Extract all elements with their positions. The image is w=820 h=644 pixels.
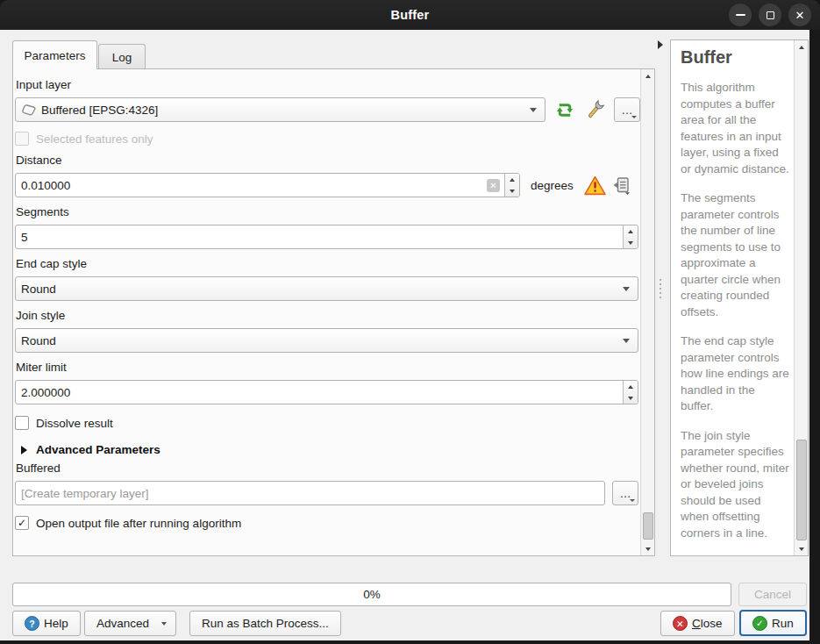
cancel-button[interactable]: Cancel [738,583,807,606]
output-file-input[interactable] [16,482,604,504]
arrow-up-icon [645,75,651,78]
output-file-field [15,481,605,505]
miter-limit-label: Miter limit [16,361,638,374]
run-check-icon: ✓ [752,616,767,631]
distance-label: Distance [16,154,638,167]
advanced-options-wrench-icon[interactable] [583,99,607,121]
segments-input[interactable] [16,225,623,248]
miter-limit-input[interactable] [16,381,623,404]
selected-features-checkbox[interactable] [15,132,29,146]
join-style-label: Join style [16,309,638,322]
chevron-down-icon [161,622,167,626]
input-layer-combobox[interactable]: Buffered [EPSG:4326] [15,97,545,122]
distance-input[interactable] [16,174,487,197]
parameters-pane: Input layer Buffered [EPSG:4326] [12,68,655,556]
input-layer-value: Buffered [EPSG:4326] [41,104,524,117]
advanced-label: Advanced [96,617,149,630]
warning-icon [582,175,609,196]
scroll-down-button[interactable] [641,542,654,555]
help-title: Buffer [681,47,790,68]
ellipsis-label: … [620,487,631,500]
join-style-value: Round [21,334,617,347]
close-button[interactable]: ✕ Close [660,611,735,636]
distance-spinbox: ✕ [15,173,520,197]
data-defined-override-button[interactable] [609,175,633,195]
scroll-up-button[interactable] [795,40,808,54]
iterate-over-layer-icon[interactable] [553,100,576,120]
ellipsis-label: … [622,104,633,117]
tab-parameters[interactable]: Parameters [12,40,97,69]
window-controls: ✕ [729,4,811,26]
arrow-up-icon [799,46,804,49]
spin-up-button[interactable] [624,381,638,392]
input-layer-browse-button[interactable]: … [614,97,640,122]
progress-value: 0% [363,588,381,601]
arrow-down-icon [628,397,633,400]
scrollbar-thumb[interactable] [796,440,807,540]
advanced-parameters-expander[interactable]: Advanced Parameters [21,443,638,456]
scrollbar-thumb[interactable] [643,512,653,540]
chevron-down-icon [630,499,635,502]
output-buffered-label: Buffered [16,462,638,475]
progress-bar: 0% [12,583,731,606]
cancel-label: Cancel [754,588,791,601]
help-paragraph: The join style parameter specifies wheth… [681,428,790,542]
help-paragraph: The segments parameter controls the numb… [681,190,790,320]
help-scrollbar[interactable] [794,40,808,555]
arrow-up-icon [628,385,633,389]
miter-limit-spinbox [15,380,638,404]
help-paragraph: This algorithm computes a buffer area fo… [681,80,790,177]
help-button[interactable]: ? Help [12,611,81,636]
selected-features-label: Selected features only [36,132,153,146]
spin-down-button[interactable] [505,185,519,197]
run-label: Run [772,617,794,630]
parameters-scrollbar[interactable] [640,69,654,555]
scroll-down-button[interactable] [795,542,808,555]
chevron-down-icon [623,287,630,291]
splitter-handle[interactable] [660,279,661,298]
chevron-down-icon [623,339,630,343]
spin-down-button[interactable] [624,237,638,248]
buffer-dialog: Buffer ✕ Parameters Log Input layer Buff… [0,0,820,644]
dissolve-result-checkbox[interactable] [15,416,29,430]
scroll-up-button[interactable] [641,69,654,82]
arrow-down-icon [628,241,633,245]
help-paragraph: The end cap style parameter controls how… [681,333,790,415]
run-button[interactable]: ✓ Run [739,610,807,636]
end-cap-style-combobox[interactable]: Round [15,276,638,301]
output-browse-button[interactable]: … [612,481,638,505]
miter-limit-spinner [623,381,638,404]
join-style-combobox[interactable]: Round [15,328,638,353]
tab-log[interactable]: Log [98,44,146,69]
advanced-parameters-label: Advanced Parameters [36,443,160,456]
spin-up-button[interactable] [505,174,519,185]
collapse-help-panel-arrow-icon[interactable] [658,40,663,49]
run-as-batch-button[interactable]: Run as Batch Process... [189,611,341,636]
title-bar[interactable]: Buffer ✕ [0,0,820,30]
end-cap-style-value: Round [21,283,617,296]
minimize-button[interactable] [729,4,752,26]
dialog-body: Parameters Log Input layer Buffered [EPS… [0,30,809,640]
maximize-button[interactable] [759,4,781,26]
window-title: Buffer [391,8,430,22]
distance-spinner [504,174,519,197]
chevron-down-icon [631,116,637,118]
open-output-checkbox[interactable]: ✓ [15,516,29,530]
close-window-button[interactable]: ✕ [788,4,811,26]
spin-down-button[interactable] [624,392,638,404]
input-layer-label: Input layer [16,78,638,91]
spin-up-button[interactable] [624,225,638,237]
arrow-down-icon [510,190,515,193]
help-label: Help [44,617,68,630]
close-icon: ✕ [795,10,805,21]
parameters-form: Input layer Buffered [EPSG:4326] [13,69,640,555]
clear-field-icon[interactable]: ✕ [487,179,500,192]
end-cap-style-label: End cap style [16,257,638,270]
arrow-down-icon [645,547,651,551]
batch-label: Run as Batch Process... [202,617,329,630]
arrow-up-icon [510,178,515,182]
segments-spinner [623,225,638,248]
close-x-icon: ✕ [673,616,688,631]
advanced-button[interactable]: Advanced [84,611,176,636]
segments-spinbox [15,225,638,249]
